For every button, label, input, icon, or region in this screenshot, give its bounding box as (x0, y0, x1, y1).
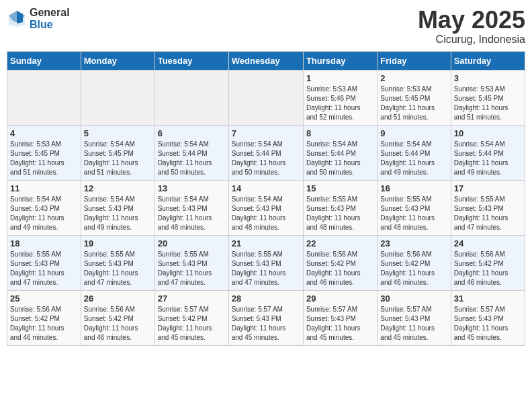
day-number: 23 (380, 238, 447, 248)
calendar-cell: 13Sunrise: 5:54 AM Sunset: 5:43 PM Dayli… (154, 180, 228, 235)
calendar-cell (154, 70, 228, 125)
day-info: Sunrise: 5:56 AM Sunset: 5:42 PM Dayligh… (306, 250, 374, 287)
day-number: 13 (158, 183, 226, 193)
day-info: Sunrise: 5:57 AM Sunset: 5:43 PM Dayligh… (232, 305, 300, 342)
calendar-cell: 21Sunrise: 5:55 AM Sunset: 5:43 PM Dayli… (228, 235, 303, 290)
calendar-cell: 10Sunrise: 5:54 AM Sunset: 5:44 PM Dayli… (451, 125, 525, 180)
day-info: Sunrise: 5:56 AM Sunset: 5:42 PM Dayligh… (380, 250, 447, 287)
calendar-week-row: 1Sunrise: 5:53 AM Sunset: 5:46 PM Daylig… (7, 70, 525, 125)
day-info: Sunrise: 5:57 AM Sunset: 5:43 PM Dayligh… (306, 305, 374, 342)
calendar-cell: 4Sunrise: 5:53 AM Sunset: 5:45 PM Daylig… (7, 125, 81, 180)
day-info: Sunrise: 5:55 AM Sunset: 5:43 PM Dayligh… (158, 250, 226, 287)
header: General Blue May 2025 Cicurug, Indonesia (7, 7, 525, 46)
day-info: Sunrise: 5:54 AM Sunset: 5:43 PM Dayligh… (158, 195, 226, 232)
day-info: Sunrise: 5:53 AM Sunset: 5:46 PM Dayligh… (306, 85, 374, 122)
calendar-cell: 30Sunrise: 5:57 AM Sunset: 5:43 PM Dayli… (378, 290, 451, 345)
day-number: 8 (306, 128, 374, 138)
day-number: 27 (158, 293, 226, 304)
day-info: Sunrise: 5:54 AM Sunset: 5:44 PM Dayligh… (306, 140, 374, 177)
day-number: 19 (84, 238, 152, 248)
day-number: 10 (454, 128, 522, 138)
day-number: 4 (10, 128, 78, 138)
calendar-cell: 11Sunrise: 5:54 AM Sunset: 5:43 PM Dayli… (7, 180, 81, 235)
location-title: Cicurug, Indonesia (418, 34, 525, 46)
weekday-row: SundayMondayTuesdayWednesdayThursdayFrid… (7, 51, 525, 70)
logo-blue-text: Blue (30, 19, 70, 31)
svg-marker-2 (17, 11, 23, 24)
day-number: 16 (380, 183, 447, 193)
calendar-cell: 24Sunrise: 5:56 AM Sunset: 5:42 PM Dayli… (451, 235, 525, 290)
day-number: 21 (232, 238, 300, 248)
calendar-cell: 9Sunrise: 5:54 AM Sunset: 5:44 PM Daylig… (378, 125, 451, 180)
calendar-cell: 17Sunrise: 5:55 AM Sunset: 5:43 PM Dayli… (451, 180, 525, 235)
day-number: 22 (306, 238, 374, 248)
weekday-header: Wednesday (228, 51, 303, 70)
day-number: 7 (232, 128, 300, 138)
day-info: Sunrise: 5:54 AM Sunset: 5:43 PM Dayligh… (84, 195, 152, 232)
day-info: Sunrise: 5:57 AM Sunset: 5:43 PM Dayligh… (454, 305, 522, 342)
day-number: 26 (84, 293, 152, 304)
calendar-week-row: 18Sunrise: 5:55 AM Sunset: 5:43 PM Dayli… (7, 235, 525, 290)
calendar-cell: 19Sunrise: 5:55 AM Sunset: 5:43 PM Dayli… (81, 235, 154, 290)
day-info: Sunrise: 5:54 AM Sunset: 5:45 PM Dayligh… (84, 140, 152, 177)
day-info: Sunrise: 5:54 AM Sunset: 5:44 PM Dayligh… (454, 140, 522, 177)
calendar-cell: 6Sunrise: 5:54 AM Sunset: 5:44 PM Daylig… (154, 125, 228, 180)
day-number: 15 (306, 183, 374, 193)
calendar-cell: 12Sunrise: 5:54 AM Sunset: 5:43 PM Dayli… (81, 180, 154, 235)
calendar-cell (228, 70, 303, 125)
calendar-cell: 2Sunrise: 5:53 AM Sunset: 5:45 PM Daylig… (378, 70, 451, 125)
weekday-header: Friday (378, 51, 451, 70)
calendar-cell: 29Sunrise: 5:57 AM Sunset: 5:43 PM Dayli… (303, 290, 377, 345)
day-number: 14 (232, 183, 300, 193)
calendar-week-row: 4Sunrise: 5:53 AM Sunset: 5:45 PM Daylig… (7, 125, 525, 180)
day-info: Sunrise: 5:55 AM Sunset: 5:43 PM Dayligh… (306, 195, 374, 232)
calendar-cell: 16Sunrise: 5:55 AM Sunset: 5:43 PM Dayli… (378, 180, 451, 235)
calendar-cell: 31Sunrise: 5:57 AM Sunset: 5:43 PM Dayli… (451, 290, 525, 345)
weekday-header: Thursday (303, 51, 377, 70)
weekday-header: Saturday (451, 51, 525, 70)
calendar-cell: 14Sunrise: 5:54 AM Sunset: 5:43 PM Dayli… (228, 180, 303, 235)
day-number: 18 (10, 238, 78, 248)
calendar-cell: 18Sunrise: 5:55 AM Sunset: 5:43 PM Dayli… (7, 235, 81, 290)
day-number: 25 (10, 293, 78, 304)
calendar-cell (81, 70, 154, 125)
calendar-cell: 23Sunrise: 5:56 AM Sunset: 5:42 PM Dayli… (378, 235, 451, 290)
day-info: Sunrise: 5:54 AM Sunset: 5:43 PM Dayligh… (10, 195, 78, 232)
month-title: May 2025 (418, 7, 525, 34)
day-info: Sunrise: 5:54 AM Sunset: 5:44 PM Dayligh… (380, 140, 447, 177)
day-number: 24 (454, 238, 522, 248)
day-info: Sunrise: 5:55 AM Sunset: 5:43 PM Dayligh… (232, 250, 300, 287)
day-info: Sunrise: 5:56 AM Sunset: 5:42 PM Dayligh… (10, 305, 78, 342)
weekday-header: Sunday (7, 51, 81, 70)
weekday-header: Monday (81, 51, 154, 70)
calendar-cell: 22Sunrise: 5:56 AM Sunset: 5:42 PM Dayli… (303, 235, 377, 290)
day-number: 20 (158, 238, 226, 248)
day-info: Sunrise: 5:53 AM Sunset: 5:45 PM Dayligh… (454, 85, 522, 122)
day-number: 17 (454, 183, 522, 193)
calendar-table: SundayMondayTuesdayWednesdayThursdayFrid… (7, 51, 525, 346)
day-number: 6 (158, 128, 226, 138)
calendar-cell: 8Sunrise: 5:54 AM Sunset: 5:44 PM Daylig… (303, 125, 377, 180)
calendar-cell: 5Sunrise: 5:54 AM Sunset: 5:45 PM Daylig… (81, 125, 154, 180)
day-number: 28 (232, 293, 300, 304)
logo-text: General Blue (30, 7, 70, 30)
logo: General Blue (7, 7, 70, 30)
calendar-cell: 28Sunrise: 5:57 AM Sunset: 5:43 PM Dayli… (228, 290, 303, 345)
day-info: Sunrise: 5:55 AM Sunset: 5:43 PM Dayligh… (454, 195, 522, 232)
day-info: Sunrise: 5:54 AM Sunset: 5:44 PM Dayligh… (232, 140, 300, 177)
day-number: 5 (84, 128, 152, 138)
day-number: 11 (10, 183, 78, 193)
calendar-cell: 7Sunrise: 5:54 AM Sunset: 5:44 PM Daylig… (228, 125, 303, 180)
day-info: Sunrise: 5:55 AM Sunset: 5:43 PM Dayligh… (84, 250, 152, 287)
day-info: Sunrise: 5:56 AM Sunset: 5:42 PM Dayligh… (454, 250, 522, 287)
calendar-cell: 26Sunrise: 5:56 AM Sunset: 5:42 PM Dayli… (81, 290, 154, 345)
day-info: Sunrise: 5:54 AM Sunset: 5:43 PM Dayligh… (232, 195, 300, 232)
day-info: Sunrise: 5:57 AM Sunset: 5:42 PM Dayligh… (158, 305, 226, 342)
day-info: Sunrise: 5:56 AM Sunset: 5:42 PM Dayligh… (84, 305, 152, 342)
calendar-cell: 25Sunrise: 5:56 AM Sunset: 5:42 PM Dayli… (7, 290, 81, 345)
calendar-header: SundayMondayTuesdayWednesdayThursdayFrid… (7, 51, 525, 70)
calendar-cell: 27Sunrise: 5:57 AM Sunset: 5:42 PM Dayli… (154, 290, 228, 345)
day-number: 9 (380, 128, 447, 138)
calendar-week-row: 25Sunrise: 5:56 AM Sunset: 5:42 PM Dayli… (7, 290, 525, 345)
calendar-cell: 3Sunrise: 5:53 AM Sunset: 5:45 PM Daylig… (451, 70, 525, 125)
